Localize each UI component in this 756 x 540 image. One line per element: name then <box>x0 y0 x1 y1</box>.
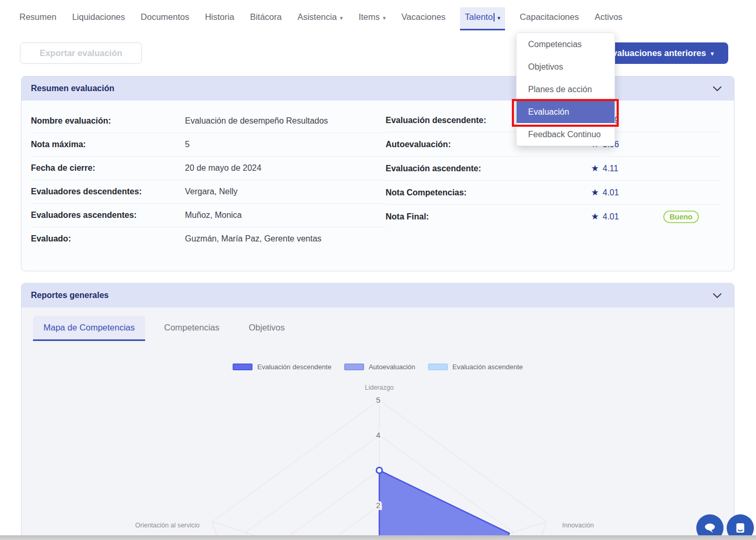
chevron-down-icon: ▾ <box>498 15 501 21</box>
speech-bubble-icon <box>703 522 717 534</box>
nav-tab-items[interactable]: Items▾ <box>357 7 387 30</box>
nav-tab-activos[interactable]: Activos <box>594 7 623 30</box>
text-cursor <box>494 13 495 21</box>
export-evaluation-button[interactable]: Exportar evaluación <box>20 42 142 64</box>
chevron-down-icon: ▾ <box>711 50 714 57</box>
nav-tab-documentos[interactable]: Documentos <box>140 7 191 30</box>
collapse-chevron-icon[interactable] <box>713 86 721 91</box>
summary-row: Nombre evaluación:Evaluación de desempeñ… <box>31 109 386 133</box>
radar-tick-5: 5 <box>376 395 380 404</box>
summary-row: Evaluadores descendentes:Vergara, Nelly <box>31 180 386 204</box>
nav-tab-liquidaciones[interactable]: Liquidaciones <box>71 7 126 30</box>
star-icon: ★ <box>591 212 599 221</box>
panel-title: Reportes generales <box>31 291 109 300</box>
evaluation-summary-panel: Resumen evaluación Nombre evaluación:Eva… <box>21 76 735 271</box>
menu-item-feedback-continuo[interactable]: Feedback Continuo <box>517 123 615 146</box>
radar-axis-liderazgo: Liderazgo <box>365 384 394 391</box>
nav-tab-resumen[interactable]: Resumen <box>18 7 58 30</box>
star-icon: ★ <box>591 164 599 173</box>
summary-row: Fecha de cierre:20 de mayo de 2024 <box>31 157 386 180</box>
menu-item-objetivos[interactable]: Objetivos <box>517 56 615 78</box>
menu-item-evaluacion[interactable]: Evaluación <box>517 101 615 123</box>
status-badge: Bueno <box>663 211 699 223</box>
general-reports-header: Reportes generales <box>21 283 734 307</box>
nav-tab-asistencia[interactable]: Asistencia▾ <box>297 7 344 30</box>
summary-row: Nota Competencias:★4.01 <box>386 181 721 205</box>
summary-row: Evaluado:Guzmán, María Paz, Gerente vent… <box>31 227 386 250</box>
employee-talent-page: Resumen Liquidaciones Documentos Histori… <box>0 0 756 540</box>
top-nav: Resumen Liquidaciones Documentos Histori… <box>0 0 756 30</box>
summary-row: Nota máxima:5 <box>31 133 386 157</box>
chat-window-icon <box>734 522 747 534</box>
star-icon: ★ <box>591 188 599 197</box>
chart-legend: Evaluación descendente Autoevaluación Ev… <box>21 363 734 371</box>
radar-tick-4: 4 <box>376 431 380 439</box>
collapse-chevron-icon[interactable] <box>713 293 721 298</box>
menu-item-competencias[interactable]: Competencias <box>517 33 615 56</box>
summary-row: Nota Final:★4.01Bueno <box>386 205 721 228</box>
radar-series-evaluacion-descendente <box>297 470 509 540</box>
talento-dropdown-menu: Competencias Objetivos Planes de acción … <box>516 32 615 146</box>
summary-row: Evaluación ascendente:★4.11 <box>386 157 721 181</box>
competency-radar-chart: 5 4 2 Liderazgo Orientación al servicio … <box>21 380 734 540</box>
menu-item-planes-de-accion[interactable]: Planes de acción <box>517 78 615 101</box>
tab-competencias[interactable]: Competencias <box>154 316 229 341</box>
legend-item-evaluacion-ascendente[interactable]: Evaluación ascendente <box>428 363 523 371</box>
nav-tab-bitacora[interactable]: Bitácora <box>249 7 283 30</box>
legend-swatch <box>233 363 253 370</box>
legend-swatch <box>344 363 364 370</box>
bottom-scrollbar[interactable] <box>0 535 756 540</box>
nav-tab-historia[interactable]: Historia <box>204 7 235 30</box>
legend-item-evaluacion-descendente[interactable]: Evaluación descendente <box>233 363 332 371</box>
nav-tab-vacaciones[interactable]: Vacaciones <box>400 7 446 30</box>
panel-title: Resumen evaluación <box>31 84 114 93</box>
tab-objetivos[interactable]: Objetivos <box>238 316 295 341</box>
nav-tab-capacitaciones[interactable]: Capacitaciones <box>519 7 580 30</box>
nav-tab-talento[interactable]: Talento▾ <box>460 7 505 30</box>
summary-left-column: Nombre evaluación:Evaluación de desempeñ… <box>31 109 386 250</box>
radar-tick-2: 2 <box>376 501 380 510</box>
radar-axis-orientacion-al-servicio: Orientación al servicio <box>135 522 200 529</box>
legend-item-autoevaluacion[interactable]: Autoevaluación <box>344 363 415 371</box>
evaluation-summary-header: Resumen evaluación <box>21 76 734 101</box>
legend-swatch <box>428 363 448 370</box>
chevron-down-icon: ▾ <box>340 15 343 21</box>
general-reports-panel: Reportes generales Mapa de Competencias … <box>21 283 735 540</box>
radar-data-point-liderazgo[interactable] <box>377 468 382 473</box>
chevron-down-icon: ▾ <box>383 15 386 21</box>
tab-mapa-de-competencias[interactable]: Mapa de Competencias <box>33 316 145 341</box>
summary-row: Evaluadores ascendentes:Muñoz, Monica <box>31 204 386 227</box>
radar-axis-innovacion: Innovación <box>562 522 594 529</box>
reports-tabs: Mapa de Competencias Competencias Objeti… <box>33 316 295 341</box>
